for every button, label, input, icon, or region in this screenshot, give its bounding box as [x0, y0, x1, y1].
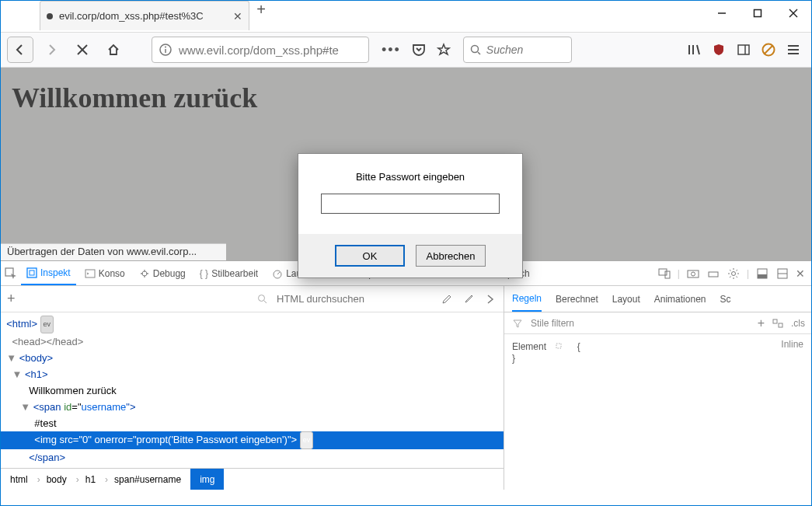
tab-layout[interactable]: Layout: [612, 286, 640, 312]
dom-tree[interactable]: <html> ev <head></head> ▼ <body> ▼ <h1> …: [1, 312, 504, 468]
svg-rect-45: [773, 319, 777, 323]
expand-right-icon[interactable]: [483, 292, 497, 306]
prompt-input[interactable]: [321, 194, 500, 214]
svg-line-10: [478, 52, 480, 54]
close-window-button[interactable]: [775, 1, 811, 26]
svg-rect-46: [779, 323, 782, 327]
tab-title: evil.corp/dom_xss.php#test%3C: [59, 10, 227, 22]
screenshot-icon[interactable]: [686, 267, 700, 281]
loading-dot-icon: [47, 13, 53, 19]
rulers-icon[interactable]: [706, 267, 720, 281]
svg-rect-24: [85, 270, 95, 277]
noscript-icon[interactable]: [761, 43, 775, 57]
svg-point-36: [691, 272, 695, 276]
close-tab-icon[interactable]: ✕: [233, 10, 242, 23]
prompt-dialog: Bitte Passwort eingeben OK Abbrechen: [298, 153, 523, 278]
search-icon: [255, 292, 269, 306]
info-icon[interactable]: [159, 43, 173, 57]
tab-debugger[interactable]: Debugg: [134, 261, 191, 285]
sidebar-icon[interactable]: [737, 43, 751, 57]
ublock-shield-icon[interactable]: [712, 43, 726, 57]
menu-icon[interactable]: [786, 43, 800, 57]
url-text: www.evil.corp/dom_xss.php#te: [179, 44, 339, 57]
svg-point-38: [731, 271, 735, 275]
svg-line-44: [264, 301, 267, 303]
pocket-icon[interactable]: [412, 43, 426, 57]
tab-computed[interactable]: Berechnet: [556, 286, 598, 312]
inspector-icon: [26, 267, 37, 278]
breadcrumb-html[interactable]: html: [1, 469, 37, 490]
breadcrumb-body[interactable]: body: [37, 469, 76, 490]
prompt-message: Bitte Passwort eingeben: [311, 171, 510, 183]
svg-line-27: [277, 272, 280, 274]
filter-input[interactable]: Stile filtern: [531, 318, 574, 329]
inspector-search-bar: +: [1, 286, 504, 312]
search-box[interactable]: [463, 37, 572, 63]
page-viewport: Willkommen zurück Bitte Passwort eingebe…: [1, 68, 811, 260]
inspect-element-icon[interactable]: [4, 267, 18, 281]
settings-gear-icon[interactable]: [727, 267, 741, 281]
svg-line-17: [765, 46, 772, 54]
status-bar: Übertragen der Daten von www.evil.corp..…: [1, 243, 226, 260]
back-button[interactable]: [7, 37, 33, 63]
debugger-icon: [139, 268, 150, 279]
inspector-search-input[interactable]: [277, 293, 432, 305]
browser-toolbar: www.evil.corp/dom_xss.php#te •••: [1, 32, 811, 68]
minimize-button[interactable]: [704, 1, 740, 26]
breadcrumb-span[interactable]: span#username: [105, 469, 190, 490]
maximize-button[interactable]: [740, 1, 775, 26]
svg-rect-47: [556, 344, 561, 348]
add-rule-button[interactable]: +: [758, 316, 765, 330]
svg-point-9: [472, 46, 479, 53]
performance-icon: [272, 268, 283, 279]
svg-line-13: [697, 45, 699, 54]
browser-tab[interactable]: evil.corp/dom_xss.php#test%3C ✕: [40, 1, 249, 30]
split-console-icon[interactable]: [775, 267, 789, 281]
bookmark-star-icon[interactable]: [437, 43, 451, 57]
eyedropper-icon[interactable]: [462, 292, 476, 306]
svg-rect-40: [758, 274, 767, 278]
tab-console[interactable]: Konso: [79, 261, 131, 285]
tab-more[interactable]: Sc: [720, 286, 730, 312]
library-icon[interactable]: [687, 43, 701, 57]
new-tab-button[interactable]: +: [249, 1, 273, 19]
add-element-button[interactable]: +: [7, 291, 16, 307]
search-icon: [470, 43, 482, 57]
responsive-mode-icon[interactable]: [657, 267, 671, 281]
address-bar[interactable]: www.evil.corp/dom_xss.php#te: [152, 37, 369, 63]
svg-point-8: [165, 47, 166, 48]
stop-button[interactable]: [69, 37, 96, 63]
close-devtools-icon[interactable]: ✕: [796, 267, 805, 280]
window-titlebar: evil.corp/dom_xss.php#test%3C ✕ +: [1, 1, 811, 32]
svg-point-43: [258, 295, 264, 302]
forward-button[interactable]: [38, 37, 64, 63]
svg-rect-37: [709, 272, 718, 277]
home-button[interactable]: [100, 37, 127, 63]
breadcrumb-h1[interactable]: h1: [76, 469, 105, 490]
svg-rect-22: [27, 268, 37, 277]
svg-rect-1: [754, 10, 761, 17]
tab-animations[interactable]: Animationen: [654, 286, 706, 312]
page-actions-icon[interactable]: •••: [382, 42, 401, 58]
devtools-panel: Inspekt Konso Debugg { }Stilbearbeit Lau…: [1, 260, 811, 490]
ok-button[interactable]: OK: [335, 245, 405, 267]
dock-icon[interactable]: [755, 267, 769, 281]
inspector-rules-panel: Regeln Berechnet Layout Animationen Sc S…: [504, 286, 811, 490]
svg-rect-14: [738, 45, 749, 54]
cls-toggle[interactable]: .cls: [791, 318, 805, 329]
breadcrumb-img[interactable]: img: [190, 469, 224, 490]
pseudo-class-icon[interactable]: [771, 316, 785, 330]
edit-html-icon[interactable]: [440, 292, 454, 306]
tab-inspector[interactable]: Inspekt: [21, 261, 76, 285]
css-rules[interactable]: Element {Inline }: [504, 334, 811, 368]
filter-icon[interactable]: [511, 316, 524, 330]
highlight-icon[interactable]: [552, 339, 566, 353]
selected-node: <img src="0" onerror="prompt('Bitte Pass…: [1, 431, 504, 449]
dom-breadcrumb: html body h1 span#username img: [1, 468, 504, 490]
search-input[interactable]: [486, 44, 565, 56]
tab-rules[interactable]: Regeln: [512, 286, 542, 312]
tab-style-editor[interactable]: { }Stilbearbeit: [194, 261, 263, 285]
console-icon: [85, 268, 96, 279]
cancel-button[interactable]: Abbrechen: [416, 245, 486, 267]
inspector-left-panel: + <html> ev <head></head> ▼ <body> ▼ <h1…: [1, 286, 504, 490]
